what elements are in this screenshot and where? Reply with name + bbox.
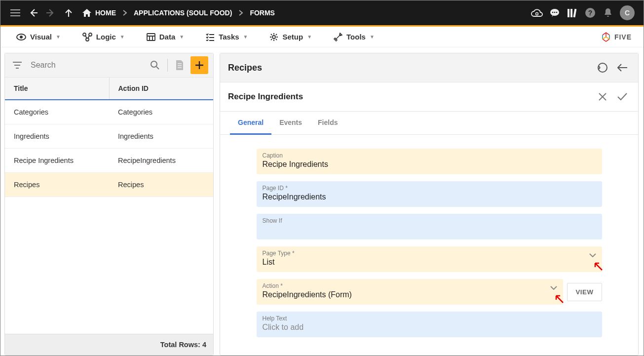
user-avatar[interactable]: C xyxy=(620,5,635,20)
nav-forward-button xyxy=(42,4,60,22)
svg-rect-5 xyxy=(568,9,569,17)
brand-logo-icon xyxy=(601,32,611,42)
menu-data[interactable]: Data▼ xyxy=(136,29,195,45)
breadcrumb-home[interactable]: HOME xyxy=(77,9,121,17)
svg-point-16 xyxy=(272,36,275,39)
add-button[interactable] xyxy=(190,56,208,74)
svg-point-17 xyxy=(151,61,157,67)
chat-icon[interactable] xyxy=(546,4,564,22)
tabs: General Events Fields xyxy=(220,112,638,135)
svg-rect-6 xyxy=(570,9,572,17)
list-panel: Title Action ID CategoriesCategoriesIngr… xyxy=(4,53,214,356)
back-button[interactable] xyxy=(614,60,630,76)
svg-point-2 xyxy=(552,12,554,13)
menu-setup[interactable]: Setup▼ xyxy=(259,29,323,45)
tab-general[interactable]: General xyxy=(230,112,271,135)
caption-field[interactable]: Caption Recipe Ingredients xyxy=(257,149,602,174)
chevron-right-icon xyxy=(121,10,129,16)
view-button[interactable]: VIEW xyxy=(567,283,602,301)
tab-fields[interactable]: Fields xyxy=(310,112,345,134)
chevron-down-icon xyxy=(550,286,557,290)
eye-icon xyxy=(16,34,26,40)
cloud-icon[interactable] xyxy=(528,4,546,22)
library-icon[interactable] xyxy=(564,4,581,22)
nav-back-button[interactable] xyxy=(24,4,42,22)
filter-icon[interactable] xyxy=(8,59,27,72)
grid-rows: CategoriesCategoriesIngredientsIngredien… xyxy=(5,100,213,334)
page-id-field[interactable]: Page ID * RecipeIngredients xyxy=(257,181,602,207)
help-icon[interactable]: ? xyxy=(581,4,599,22)
svg-rect-15 xyxy=(147,34,155,40)
caret-down-icon: ▼ xyxy=(370,34,375,40)
action-field[interactable]: Action * RecipeIngredients (Form) xyxy=(257,279,564,305)
caret-down-icon: ▼ xyxy=(179,34,184,40)
grid-header: Title Action ID xyxy=(5,78,213,100)
tab-events[interactable]: Events xyxy=(271,112,310,134)
gear-icon xyxy=(269,33,278,41)
revert-button[interactable] xyxy=(595,60,610,76)
svg-point-11 xyxy=(20,36,23,39)
menu-bar: Visual▼ Logic▼ Data▼ Tasks▼ Setup▼ Tools… xyxy=(0,27,644,47)
table-row[interactable]: CategoriesCategories xyxy=(5,100,213,124)
svg-point-3 xyxy=(554,12,556,13)
home-icon xyxy=(82,9,91,17)
menu-tools[interactable]: Tools▼ xyxy=(323,29,385,45)
menu-logic[interactable]: Logic▼ xyxy=(72,29,136,45)
menu-icon[interactable] xyxy=(6,4,24,22)
close-button[interactable] xyxy=(595,89,610,105)
table-icon xyxy=(147,33,155,41)
chevron-down-icon xyxy=(589,253,596,257)
detail-header: Recipes xyxy=(220,53,638,82)
help-text-field[interactable]: Help Text Click to add xyxy=(257,312,602,337)
form-body: Caption Recipe Ingredients Page ID * Rec… xyxy=(220,135,638,355)
tools-icon xyxy=(334,33,342,41)
menu-visual[interactable]: Visual▼ xyxy=(5,29,72,45)
caret-down-icon: ▼ xyxy=(56,34,61,40)
caret-down-icon: ▼ xyxy=(120,34,125,40)
grid-footer: Total Rows: 4 xyxy=(5,334,213,355)
workspace: Title Action ID CategoriesCategoriesIngr… xyxy=(0,47,644,356)
brand: FIVE xyxy=(601,32,639,42)
svg-point-14 xyxy=(86,38,89,41)
svg-rect-7 xyxy=(573,9,576,17)
search-icon[interactable] xyxy=(146,58,164,73)
show-if-field[interactable]: Show If xyxy=(257,214,602,239)
bell-icon[interactable] xyxy=(599,4,617,22)
detail-title: Recipes xyxy=(228,63,591,73)
document-button[interactable] xyxy=(171,56,189,74)
svg-text:?: ? xyxy=(588,9,593,17)
caret-down-icon: ▼ xyxy=(243,34,248,40)
chevron-right-icon xyxy=(237,10,245,16)
detail-panel: Recipes Recipe Ingredients General Event… xyxy=(220,53,639,356)
breadcrumb-applications[interactable]: APPLICATIONS (SOUL FOOD) xyxy=(129,9,237,17)
list-icon xyxy=(206,33,215,41)
menu-tasks[interactable]: Tasks▼ xyxy=(195,29,259,45)
table-row[interactable]: Recipe IngredientsRecipeIngredients xyxy=(5,149,213,173)
confirm-button[interactable] xyxy=(614,89,630,105)
col-action-id[interactable]: Action ID xyxy=(110,78,214,99)
caret-down-icon: ▼ xyxy=(307,34,312,40)
search-input[interactable] xyxy=(27,57,146,74)
svg-point-0 xyxy=(536,13,538,15)
page-type-field[interactable]: Page Type * List xyxy=(257,246,602,272)
sub-title: Recipe Ingredients xyxy=(228,92,591,102)
divider xyxy=(167,59,168,72)
table-row[interactable]: IngredientsIngredients xyxy=(5,124,213,149)
sub-header: Recipe Ingredients xyxy=(220,82,638,112)
col-title[interactable]: Title xyxy=(5,78,110,99)
top-bar: HOME APPLICATIONS (SOUL FOOD) FORMS ? C xyxy=(0,0,644,25)
breadcrumb-forms[interactable]: FORMS xyxy=(245,9,280,17)
table-row[interactable]: RecipesRecipes xyxy=(5,173,213,197)
breadcrumb-home-label: HOME xyxy=(95,9,116,17)
svg-point-4 xyxy=(556,12,558,13)
search-bar xyxy=(5,53,213,78)
nav-up-button[interactable] xyxy=(60,4,77,22)
logic-icon xyxy=(82,33,92,41)
